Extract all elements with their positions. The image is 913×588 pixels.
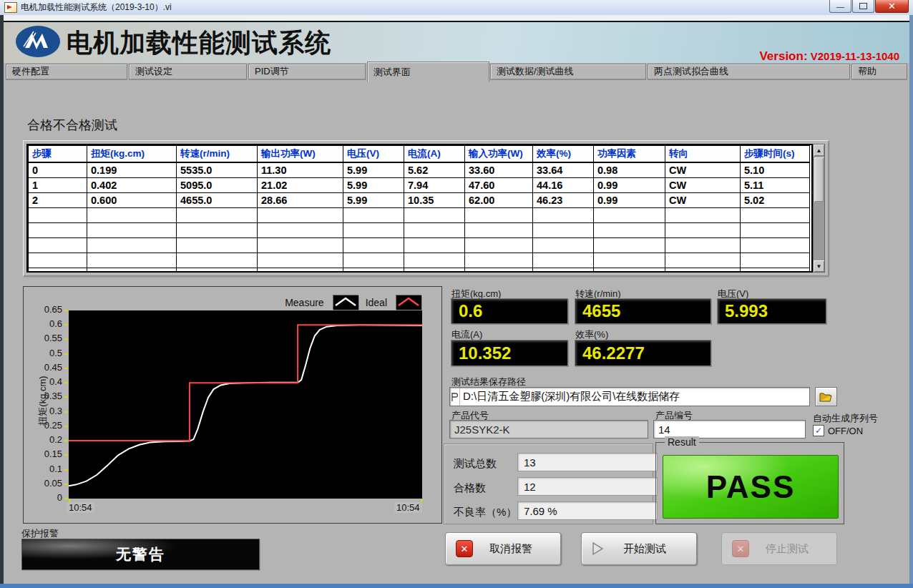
checkbox-icon[interactable]: ✓	[813, 425, 824, 436]
plot-area	[69, 310, 422, 499]
legend-measure-swatch[interactable]	[333, 295, 358, 310]
y-tick	[64, 484, 68, 485]
y-tick	[64, 454, 68, 456]
table-cell	[465, 253, 533, 268]
tab-6[interactable]: 两点测试拟合曲线	[648, 64, 850, 80]
y-tick-label: 0.15	[26, 449, 62, 459]
scrollbar-thumb[interactable]	[814, 157, 824, 202]
table-cell	[343, 238, 404, 253]
column-header: 输出功率(W)	[258, 146, 343, 163]
product-code-value: J25SYK2-K	[454, 423, 510, 436]
legend-ideal-swatch[interactable]	[396, 295, 421, 310]
table-cell	[177, 253, 258, 268]
table-scrollbar[interactable]: ▲ ▼	[813, 144, 825, 273]
y-tick-label: 0.35	[26, 391, 62, 401]
scroll-down-icon[interactable]: ▼	[814, 260, 824, 272]
y-tick-label: 0.05	[26, 478, 62, 489]
maximize-button[interactable]	[852, 0, 874, 13]
torque-value: 0.6	[459, 301, 482, 321]
table-cell	[258, 268, 343, 273]
folder-icon	[819, 392, 834, 402]
table-cell: CW	[665, 162, 741, 178]
minimize-icon: —	[836, 2, 844, 11]
tab-1[interactable]: 硬件配置	[6, 64, 127, 80]
minimize-button[interactable]: —	[829, 0, 851, 13]
table-cell	[177, 208, 258, 223]
y-tick	[64, 310, 68, 311]
maximize-icon	[859, 3, 867, 9]
table-cell	[465, 238, 533, 253]
y-tick	[64, 338, 68, 340]
current-indicator: 10.352	[451, 340, 568, 366]
column-header: 步骤	[29, 146, 87, 163]
close-button[interactable]: ✕	[875, 0, 909, 13]
table-cell	[404, 208, 465, 223]
start-test-label: 开始测试	[615, 542, 675, 556]
column-header: 效率(%)	[533, 146, 594, 163]
fail-rate-value: 7.69 %	[517, 501, 658, 520]
scroll-up-icon[interactable]: ▲	[814, 144, 824, 156]
table-cell: 33.64	[533, 162, 594, 178]
table-cell	[258, 208, 343, 223]
tab-7[interactable]: 帮助	[851, 64, 907, 80]
window-border-right	[909, 15, 913, 588]
column-header: 扭矩(kg.cm)	[87, 146, 177, 163]
table-cell	[29, 238, 87, 253]
table-cell: CW	[665, 193, 741, 208]
table-cell: 11.30	[258, 162, 343, 178]
company-logo-icon	[15, 25, 61, 58]
pass-count-number: 12	[524, 481, 536, 493]
tab-2[interactable]: 测试设定	[129, 64, 247, 80]
y-tick	[64, 353, 68, 355]
table-cell	[343, 253, 404, 268]
tab-5[interactable]: 测试数据/测试曲线	[490, 64, 646, 80]
tab-3[interactable]: PID调节	[248, 64, 366, 80]
cancel-alarm-label: 取消报警	[483, 542, 539, 556]
table-cell	[533, 223, 594, 238]
window-border-left	[0, 15, 4, 588]
table-cell	[258, 223, 343, 238]
legend-ideal-label: Ideal	[366, 297, 387, 308]
table-cell	[87, 268, 177, 273]
table-cell: 2	[29, 193, 87, 208]
table-cell	[258, 238, 343, 253]
play-icon	[592, 542, 605, 556]
table-cell: 21.02	[258, 178, 343, 193]
table-cell	[665, 238, 741, 253]
table-cell	[594, 238, 665, 253]
table-cell: 7.94	[404, 178, 465, 193]
pass-count-value: 12	[517, 477, 658, 496]
start-test-button[interactable]: 开始测试	[581, 532, 697, 565]
table-cell	[404, 238, 465, 253]
table-cell	[465, 223, 533, 238]
table-cell	[343, 268, 404, 273]
table-cell: 33.60	[465, 162, 533, 178]
table-cell	[665, 268, 741, 273]
table-cell	[594, 223, 665, 238]
tab-4[interactable]: 测试界面	[367, 62, 489, 82]
y-tick-label: 0.2	[26, 434, 62, 445]
table-cell	[741, 238, 810, 253]
fail-rate-number: 7.69 %	[524, 505, 557, 517]
header-banner: 电机加载性能测试系统 Version: V2019-11-13-1040	[4, 22, 909, 63]
browse-folder-button[interactable]	[815, 387, 837, 406]
table-cell	[665, 253, 741, 268]
table-cell	[343, 223, 404, 238]
table-cell	[741, 253, 810, 268]
test-table[interactable]: 步骤扭矩(kg.cm)转速(r/min)输出功率(W)电压(V)电流(A)输入功…	[26, 144, 813, 273]
table-cell: 10.35	[404, 193, 465, 208]
table-cell: 0.99	[594, 193, 665, 208]
table-cell	[29, 223, 87, 238]
column-header: 转速(r/min)	[177, 146, 258, 163]
y-tick	[64, 498, 68, 499]
series-measure	[69, 325, 422, 486]
auto-serial-toggle-label: OFF/ON	[828, 426, 863, 436]
auto-serial-toggle[interactable]: ✓ OFF/ON	[813, 425, 863, 436]
cancel-alarm-button[interactable]: ✕ 取消报警	[445, 532, 561, 565]
y-tick-label: 0.3	[26, 406, 62, 416]
column-header: 功率因素	[594, 146, 665, 163]
table-cell	[404, 223, 465, 238]
total-tests-label: 测试总数	[454, 457, 497, 471]
table-cell	[87, 208, 177, 223]
save-path-input[interactable]: D:\日清五金塑膠(深圳)有限公司\在线数据储存	[449, 387, 810, 406]
